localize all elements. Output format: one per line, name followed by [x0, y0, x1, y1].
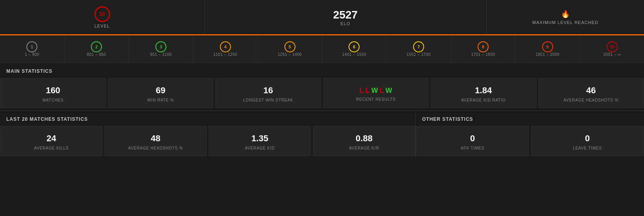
main-stat-card-0: 160 MATCHES [0, 78, 106, 108]
last20-stat-card-3: 0.88 AVERAGE K/R [313, 126, 415, 156]
tier-item-7[interactable]: 7 1551 – 1700 [387, 35, 451, 63]
tier-item-8[interactable]: 8 1701 – 1850 [451, 35, 516, 63]
tier-arc-6: 6 [349, 41, 360, 52]
recent-results: LLWLW [360, 87, 392, 95]
max-level-section: 🔥 MAXIMUM LEVEL REACHED [487, 0, 644, 34]
tier-range-5: 1251 – 1400 [278, 52, 302, 57]
level-circle: 10 [94, 6, 110, 22]
stat-value-4: 1.84 [475, 85, 492, 96]
last20-label-2: AVERAGE K/D [245, 146, 275, 150]
main-stat-card-2: 16 LONGEST WIN STREAK [215, 78, 321, 108]
main-stat-card-1: 69 WIN RATE % [108, 78, 214, 108]
last20-stat-card-0: 24 AVERAGE KILLS [0, 126, 103, 156]
other-stats-section: OTHER STATISTICS 0 AFK TIMES 0 LEAVE TIM… [416, 111, 644, 158]
tier-range-2: 801 – 950 [87, 52, 106, 57]
last20-value-3: 0.88 [356, 133, 373, 144]
stat-label-5: AVERAGE HEADSHOTS % [564, 98, 619, 102]
main-stats-section: MAIN STATISTICS 160 MATCHES 69 WIN RATE … [0, 63, 644, 108]
result-letter: L [365, 87, 370, 95]
tier-arc-7: 7 [413, 41, 424, 52]
elo-tiers: 1 1 – 800 2 801 – 950 3 951 – 1100 4 110… [0, 35, 644, 63]
other-stats-grid: 0 AFK TIMES 0 LEAVE TIMES [416, 126, 644, 156]
tier-arc-9: 9 [542, 41, 553, 52]
last20-value-2: 1.35 [251, 133, 268, 144]
main-stat-card-4: 1.84 AVERAGE K/D RATIO [430, 78, 537, 108]
main-stat-card-5: 46 AVERAGE HEADSHOTS % [538, 78, 644, 108]
other-stat-card-0: 0 AFK TIMES [416, 126, 529, 156]
other-label-1: LEAVE TIMES [573, 146, 602, 150]
level-label: LEVEL [94, 24, 110, 28]
fire-icon: 🔥 [561, 10, 570, 18]
tier-item-6[interactable]: 6 1401 – 1550 [322, 35, 387, 63]
stat-label-2: LONGEST WIN STREAK [243, 98, 293, 102]
last20-stat-card-2: 1.35 AVERAGE K/D [209, 126, 311, 156]
stat-value-1: 69 [156, 85, 165, 96]
stat-value-2: 16 [264, 85, 273, 96]
main-stats-header: MAIN STATISTICS [0, 63, 644, 78]
other-value-0: 0 [470, 133, 475, 144]
tier-item-5[interactable]: 5 1251 – 1400 [258, 35, 322, 63]
level-section: 10 LEVEL [0, 0, 205, 34]
tier-arc-8: 8 [478, 41, 489, 52]
last20-value-0: 24 [46, 133, 56, 144]
result-letter: L [380, 87, 384, 95]
tier-item-1[interactable]: 1 1 – 800 [0, 35, 65, 63]
tier-range-4: 1101 – 1250 [213, 52, 237, 57]
last20-label-1: AVERAGE HEADSHOTS % [128, 146, 183, 150]
last20-header: LAST 20 MATCHES STATISTICS [0, 111, 415, 126]
elo-label: ELO [340, 21, 350, 26]
tier-range-1: 1 – 800 [25, 52, 39, 57]
tier-range-3: 951 – 1100 [150, 52, 172, 57]
stat-label-4: AVERAGE K/D RATIO [461, 98, 506, 102]
tier-item-2[interactable]: 2 801 – 950 [65, 35, 129, 63]
max-level-label: MAXIMUM LEVEL REACHED [532, 20, 598, 25]
result-letter: L [360, 87, 364, 95]
last20-value-1: 48 [151, 133, 160, 144]
result-letter: W [386, 87, 392, 95]
other-value-1: 0 [585, 133, 590, 144]
last20-stat-card-1: 48 AVERAGE HEADSHOTS % [104, 126, 207, 156]
stat-label-0: MATCHES [42, 98, 64, 102]
top-header: 10 LEVEL 2527 ELO 🔥 MAXIMUM LEVEL REACHE… [0, 0, 644, 35]
stat-label-3: RECENT RESULTS [356, 97, 395, 102]
main-stat-card-3: LLWLW RECENT RESULTS [323, 78, 429, 108]
last20-label-0: AVERAGE KILLS [34, 146, 68, 150]
stat-value-0: 160 [46, 85, 60, 96]
tier-arc-10: 10 [607, 41, 618, 52]
tier-arc-3: 3 [155, 41, 166, 52]
tier-range-9: 1851 – 2000 [535, 52, 559, 57]
other-stats-header: OTHER STATISTICS [416, 111, 644, 126]
tier-item-3[interactable]: 3 951 – 1100 [129, 35, 194, 63]
other-label-0: AFK TIMES [461, 146, 484, 150]
stat-value-5: 46 [586, 85, 596, 96]
tier-item-4[interactable]: 4 1101 – 1250 [193, 35, 258, 63]
elo-section: 2527 ELO [205, 0, 487, 34]
tier-item-9[interactable]: 9 1851 – 2000 [515, 35, 580, 63]
elo-value: 2527 [333, 9, 358, 21]
tier-range-6: 1401 – 1550 [342, 52, 366, 57]
bottom-row: LAST 20 MATCHES STATISTICS 24 AVERAGE KI… [0, 111, 644, 158]
tier-arc-2: 2 [91, 41, 102, 52]
tier-arc-4: 4 [220, 41, 231, 52]
last20-section: LAST 20 MATCHES STATISTICS 24 AVERAGE KI… [0, 111, 416, 158]
tier-range-10: 2001 – ∞ [603, 52, 621, 57]
other-stat-card-1: 0 LEAVE TIMES [531, 126, 644, 156]
tier-range-8: 1701 – 1850 [471, 52, 495, 57]
last20-stats-grid: 24 AVERAGE KILLS 48 AVERAGE HEADSHOTS % … [0, 126, 415, 156]
tier-arc-1: 1 [26, 41, 37, 52]
last20-label-3: AVERAGE K/R [349, 146, 379, 150]
stat-label-1: WIN RATE % [147, 98, 174, 102]
tier-item-10[interactable]: 10 2001 – ∞ [580, 35, 644, 63]
tier-range-7: 1551 – 1700 [407, 52, 431, 57]
main-stats-grid: 160 MATCHES 69 WIN RATE % 16 LONGEST WIN… [0, 78, 644, 108]
tier-arc-5: 5 [284, 41, 295, 52]
result-letter: W [371, 87, 378, 95]
level-value: 10 [99, 11, 105, 17]
